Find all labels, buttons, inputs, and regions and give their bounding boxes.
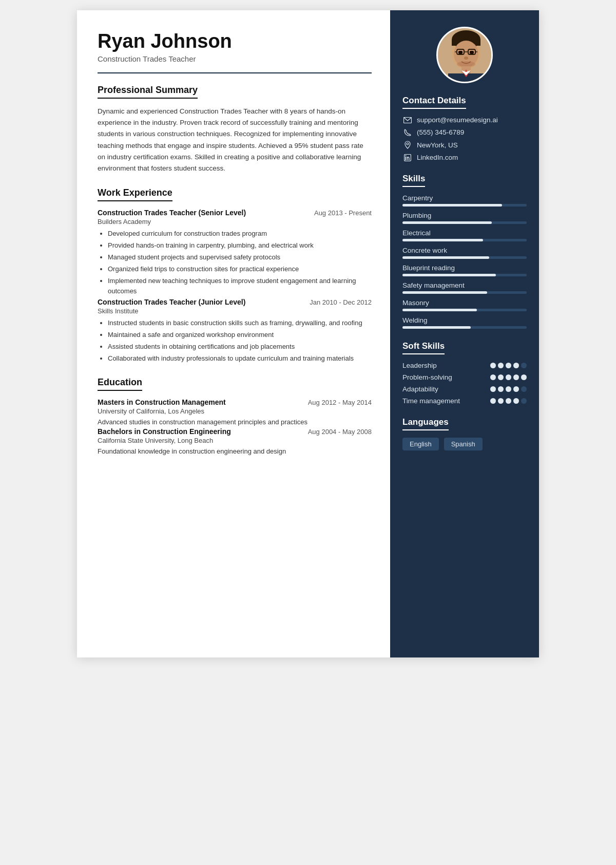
contact-list: support@resumedesign.ai(555) 345-6789New… (402, 116, 527, 161)
languages-list: EnglishSpanish (402, 438, 527, 450)
skill-bar-bg (402, 291, 527, 294)
location-icon (402, 141, 413, 149)
right-column: Contact Details support@resumedesign.ai(… (390, 10, 539, 657)
skill-item: Carpentry (402, 194, 527, 206)
summary-section: Professional Summary Dynamic and experie… (98, 85, 372, 175)
job-company: Skills Institute (98, 307, 372, 315)
skill-bar-fill (402, 256, 489, 259)
skill-bar-fill (402, 326, 471, 329)
dot-filled (521, 374, 527, 380)
list-item: Managed student projects and supervised … (108, 252, 372, 263)
skill-bar-bg (402, 256, 527, 259)
soft-skill-name: Leadership (402, 362, 490, 369)
job-header: Construction Trades Teacher (Senior Leve… (98, 209, 372, 217)
language-badge: English (402, 438, 439, 450)
candidate-name: Ryan Johnson (98, 31, 372, 52)
list-item: Collaborated with industry professionals… (108, 353, 372, 364)
edu-description: Foundational knowledge in construction e… (98, 446, 372, 457)
education-list: Masters in Construction ManagementAug 20… (98, 398, 372, 456)
summary-title: Professional Summary (98, 85, 198, 99)
soft-skill-item: Leadership (402, 362, 527, 369)
job-date: Jan 2010 - Dec 2012 (310, 298, 372, 306)
jobs-list: Construction Trades Teacher (Senior Leve… (98, 209, 372, 364)
svg-rect-25 (408, 157, 408, 160)
languages-section-title: Languages (402, 417, 449, 430)
contact-item: LinkedIn.com (402, 154, 527, 161)
skill-bar-bg (402, 204, 527, 206)
list-item: Maintained a safe and organized workshop… (108, 330, 372, 341)
language-badge: Spanish (444, 438, 483, 450)
left-column: Ryan Johnson Construction Trades Teacher… (77, 10, 390, 657)
edu-date: Aug 2004 - May 2008 (308, 428, 372, 436)
svg-rect-5 (458, 51, 463, 54)
skill-item: Masonry (402, 299, 527, 311)
dot-filled (498, 374, 504, 380)
contact-item: NewYork, US (402, 141, 527, 149)
email-icon (402, 117, 413, 123)
skill-bar-fill (402, 221, 492, 224)
soft-skill-item: Adaptability (402, 385, 527, 393)
skills-list: CarpentryPlumbingElectricalConcrete work… (402, 194, 527, 329)
dot-empty (521, 386, 527, 392)
skill-name: Blueprint reading (402, 264, 527, 272)
job-header: Construction Trades Teacher (Junior Leve… (98, 298, 372, 306)
dot-filled (506, 386, 511, 392)
dot-filled (490, 398, 496, 404)
contact-section-title: Contact Details (402, 96, 466, 109)
candidate-title: Construction Trades Teacher (98, 54, 372, 63)
soft-skill-item: Time management (402, 397, 527, 405)
linkedin-icon (402, 154, 413, 161)
skill-item: Concrete work (402, 247, 527, 259)
phone-icon (402, 129, 413, 136)
contact-text: (555) 345-6789 (417, 128, 464, 136)
job-bullets: Developed curriculum for construction tr… (98, 229, 372, 297)
right-content: Contact Details support@resumedesign.ai(… (390, 96, 539, 463)
edu-date: Aug 2012 - May 2014 (308, 399, 372, 406)
skill-item: Plumbing (402, 212, 527, 224)
list-item: Assisted students in obtaining certifica… (108, 342, 372, 352)
header-divider (98, 72, 372, 73)
job-company: Builders Academy (98, 218, 372, 225)
list-item: Implemented new teaching techniques to i… (108, 276, 372, 297)
job-title: Construction Trades Teacher (Junior Leve… (98, 298, 245, 306)
skill-bar-bg (402, 326, 527, 329)
contact-text: LinkedIn.com (417, 154, 458, 161)
job-date: Aug 2013 - Present (314, 209, 372, 217)
soft-skill-name: Problem-solving (402, 373, 490, 381)
dot-filled (490, 386, 496, 392)
soft-skill-name: Time management (402, 397, 490, 405)
dot-filled (498, 398, 504, 404)
skill-name: Concrete work (402, 247, 527, 254)
dot-filled (513, 398, 519, 404)
job-item: Construction Trades Teacher (Junior Leve… (98, 298, 372, 364)
dot-filled (498, 363, 504, 368)
edu-description: Advanced studies in construction managem… (98, 417, 372, 427)
list-item: Developed curriculum for construction tr… (108, 229, 372, 239)
dot-filled (506, 374, 511, 380)
svg-rect-6 (470, 51, 474, 54)
soft-skills-section: Soft Skills LeadershipProblem-solvingAda… (402, 341, 527, 405)
skill-name: Masonry (402, 299, 527, 307)
skill-item: Welding (402, 316, 527, 329)
education-title: Education (98, 377, 142, 391)
job-title: Construction Trades Teacher (Senior Leve… (98, 209, 246, 217)
edu-school: California State University, Long Beach (98, 437, 372, 444)
dot-filled (513, 374, 519, 380)
skill-bar-fill (402, 291, 487, 294)
skill-item: Blueprint reading (402, 264, 527, 276)
dot-filled (498, 386, 504, 392)
contact-item: support@resumedesign.ai (402, 116, 527, 124)
avatar (436, 27, 493, 83)
work-experience-section: Work Experience Construction Trades Teac… (98, 187, 372, 364)
skill-item: Safety management (402, 281, 527, 294)
skill-name: Plumbing (402, 212, 527, 219)
soft-skill-dots (490, 374, 527, 380)
skill-bar-bg (402, 309, 527, 311)
skill-name: Safety management (402, 281, 527, 289)
education-item: Masters in Construction ManagementAug 20… (98, 398, 372, 427)
job-item: Construction Trades Teacher (Senior Leve… (98, 209, 372, 297)
list-item: Provided hands-on training in carpentry,… (108, 240, 372, 251)
dot-empty (521, 363, 527, 368)
education-item: Bachelors in Construction EngineeringAug… (98, 427, 372, 457)
resume-container: Ryan Johnson Construction Trades Teacher… (77, 10, 539, 657)
